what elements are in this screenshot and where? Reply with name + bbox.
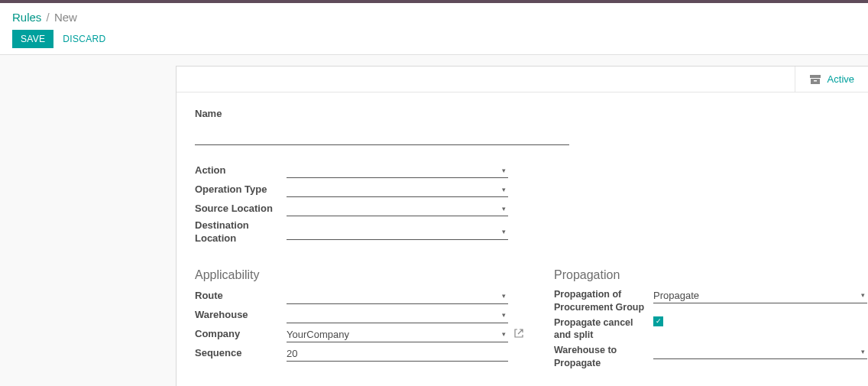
header: Rules / New SAVE DISCARD [0,3,868,55]
propagation-of-procurement-group-value: Propagate [653,290,699,301]
sequence-label: Sequence [195,347,287,360]
propagation-title: Propagation [554,268,867,282]
caret-icon: ▾ [859,291,867,299]
active-status-button[interactable]: Active [795,66,868,92]
breadcrumb-current: New [54,11,77,24]
content-wrap: Active Name Action ▾ Operation Type [0,55,868,386]
destination-location-select[interactable]: ▾ [287,225,508,240]
external-link-icon[interactable] [514,329,523,340]
breadcrumb: Rules / New [12,11,856,24]
name-label: Name [195,108,850,119]
action-select[interactable]: ▾ [287,163,508,178]
name-input[interactable] [195,124,569,145]
caret-icon: ▾ [500,186,508,193]
route-select[interactable]: ▾ [287,289,508,304]
warehouse-select[interactable]: ▾ [287,308,508,323]
source-location-label: Source Location [195,203,287,216]
svg-rect-2 [814,80,817,82]
applicability-section: Applicability Route ▾ Warehouse ▾ [195,268,531,370]
caret-icon: ▾ [500,311,508,319]
sequence-value[interactable] [287,348,508,359]
caret-icon: ▾ [500,228,508,235]
action-label: Action [195,164,287,177]
company-select[interactable]: YourCompany ▾ [287,327,508,342]
propagation-of-procurement-group-label: Propagation of Procurement Group [554,288,653,314]
caret-icon: ▾ [500,330,508,338]
svg-rect-0 [810,75,821,78]
archive-icon [809,74,821,85]
breadcrumb-root[interactable]: Rules [12,11,41,24]
sheet-body: Name Action ▾ Operation Type ▾ [177,92,868,385]
warehouse-to-propagate-select[interactable]: ▾ [653,344,867,359]
breadcrumb-separator: / [47,11,50,24]
operation-type-label: Operation Type [195,183,287,196]
propagation-of-procurement-group-select[interactable]: Propagate ▾ [653,288,867,303]
caret-icon: ▾ [500,167,508,174]
save-button[interactable]: SAVE [12,30,53,48]
propagation-section: Propagation Propagation of Procurement G… [554,268,867,370]
propagate-cancel-and-split-checkbox[interactable]: ✓ [653,316,663,326]
caret-icon: ▾ [500,292,508,300]
route-label: Route [195,290,287,303]
top-fields: Action ▾ Operation Type ▾ Source Locatio… [195,162,850,245]
propagate-cancel-and-split-label: Propagate cancel and split [554,316,653,342]
destination-location-label: Destination Location [195,219,287,245]
applicability-title: Applicability [195,268,531,282]
caret-icon: ▾ [500,205,508,212]
columns: Applicability Route ▾ Warehouse ▾ [195,268,850,370]
status-tabs: Active [177,66,868,92]
sequence-input[interactable] [287,346,508,362]
discard-button[interactable]: DISCARD [61,30,107,48]
form-sheet: Active Name Action ▾ Operation Type [176,66,868,386]
source-location-select[interactable]: ▾ [287,201,508,216]
action-bar: SAVE DISCARD [12,30,856,48]
warehouse-label: Warehouse [195,309,287,322]
active-status-label: Active [828,73,854,85]
caret-icon: ▾ [859,348,867,355]
company-label: Company [195,328,287,341]
company-value: YourCompany [287,329,349,340]
operation-type-select[interactable]: ▾ [287,182,508,197]
warehouse-to-propagate-label: Warehouse to Propagate [554,344,653,370]
